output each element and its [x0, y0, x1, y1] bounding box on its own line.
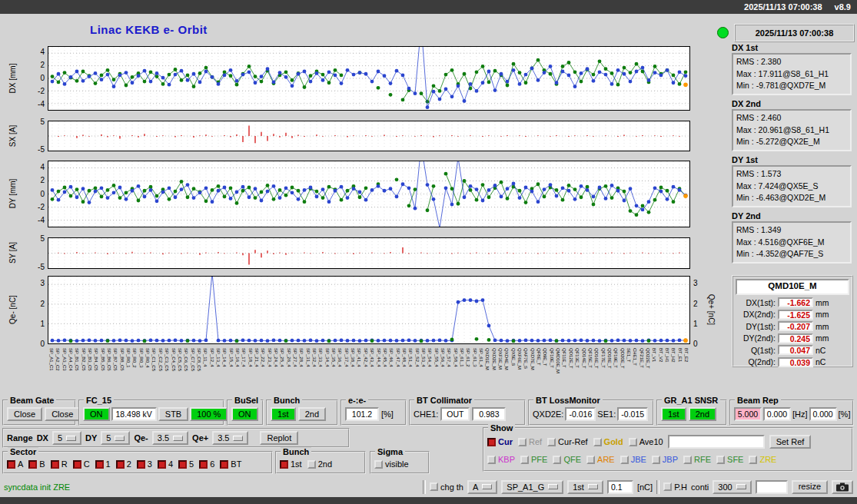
sector-3[interactable]: 3: [137, 459, 152, 469]
range-dy-dropdown[interactable]: 5: [101, 431, 130, 445]
checkbox[interactable]: [307, 460, 316, 469]
sector-c[interactable]: C: [73, 459, 90, 469]
sector-2[interactable]: 2: [116, 459, 131, 469]
bpm-name: QXD4E_M: [504, 348, 509, 370]
show-gold[interactable]: Gold: [593, 437, 623, 446]
show-ref[interactable]: Ref: [518, 437, 542, 446]
count-entry[interactable]: [756, 480, 788, 494]
checkbox[interactable]: [663, 482, 672, 491]
show-jbp[interactable]: JBP: [652, 455, 678, 464]
checkbox[interactable]: [683, 456, 692, 464]
checkbox[interactable]: [73, 460, 81, 469]
gr-a1-1st-button[interactable]: 1st: [661, 407, 686, 421]
bunch-2nd-button[interactable]: 2nd: [298, 407, 326, 421]
show-ave10[interactable]: Ave10: [629, 437, 663, 446]
sector-select-dropdown[interactable]: A: [467, 480, 497, 494]
checkbox[interactable]: [629, 438, 637, 446]
set-ref-button[interactable]: Set Ref: [769, 435, 812, 449]
sector-1[interactable]: 1: [95, 459, 111, 469]
checkbox[interactable]: [518, 438, 526, 446]
gr-a1-2nd-button[interactable]: 2nd: [689, 407, 716, 421]
show-cur[interactable]: Cur: [487, 437, 513, 446]
interval-dropdown[interactable]: 300: [713, 480, 751, 494]
show-sfe[interactable]: SFE: [716, 455, 743, 464]
checkbox[interactable]: [220, 460, 228, 469]
sector-6[interactable]: 6: [199, 459, 214, 469]
show-pfe[interactable]: PFE: [520, 455, 547, 464]
fc15-on-button[interactable]: ON: [83, 407, 110, 421]
range-qe-plus-dropdown[interactable]: 3.5: [212, 431, 248, 445]
qmd-row-value: 0.039: [778, 357, 813, 367]
ref-entry[interactable]: [668, 435, 765, 449]
busel-on-button[interactable]: ON: [231, 407, 258, 421]
show-qfe[interactable]: QFE: [553, 455, 581, 464]
fc15-duty-button[interactable]: 100 %: [190, 407, 228, 421]
checkbox[interactable]: [547, 438, 556, 446]
ph-toggle[interactable]: P.H: [663, 482, 687, 492]
chg-th-toggle[interactable]: chg th: [430, 482, 463, 492]
checkbox[interactable]: [593, 438, 602, 446]
range-dx-dropdown[interactable]: 5: [52, 431, 81, 445]
checkbox[interactable]: [51, 460, 59, 469]
resize-button[interactable]: resize: [792, 480, 828, 494]
bpm-name: SP_38_4: [350, 348, 355, 367]
checkbox[interactable]: [116, 460, 125, 469]
checkbox[interactable]: [520, 456, 529, 464]
sigma-visible[interactable]: visible: [374, 459, 409, 469]
bpm-name: SP_C4_C5: [171, 348, 176, 371]
checkbox[interactable]: [178, 460, 187, 469]
checkbox-label: JBP: [663, 455, 678, 464]
checkbox[interactable]: [652, 456, 660, 464]
checkbox-label: BT: [231, 459, 241, 469]
checkbox[interactable]: [430, 482, 438, 491]
bunch-1st-button[interactable]: 1st: [271, 407, 296, 421]
replot-button[interactable]: Replot: [260, 431, 298, 445]
sector-r[interactable]: R: [51, 459, 68, 469]
show-kbp[interactable]: KBP: [487, 455, 515, 464]
sector-bt[interactable]: BT: [220, 459, 241, 469]
dx-orbit-plot: [48, 46, 690, 111]
fc15-stb-button[interactable]: STB: [158, 407, 188, 421]
bpm-name: SP_44_4: [377, 348, 381, 367]
checkbox-label: chg th: [440, 482, 463, 492]
checkbox[interactable]: [28, 460, 37, 469]
show-rfe[interactable]: RFE: [683, 455, 711, 464]
checkbox[interactable]: [7, 460, 15, 469]
bpm-name: SP_32_4: [312, 348, 317, 367]
snapshot-button[interactable]: [832, 480, 853, 494]
checkbox[interactable]: [553, 456, 561, 464]
checkbox-label: Ave10: [639, 437, 663, 446]
device-select-dropdown[interactable]: SP_A1_G: [501, 480, 563, 494]
sector-5[interactable]: 5: [178, 459, 194, 469]
beam-gate-close-button-2[interactable]: Close: [45, 407, 80, 421]
sector-b[interactable]: B: [28, 459, 45, 469]
bunch-2nd[interactable]: 2nd: [307, 459, 332, 469]
show-zre[interactable]: ZRE: [749, 455, 776, 464]
checkbox[interactable]: [137, 460, 145, 469]
checkbox[interactable]: [749, 456, 757, 464]
sector-4[interactable]: 4: [158, 459, 173, 469]
range-qe-minus-dropdown[interactable]: 3.5: [152, 431, 188, 445]
bpm-name: SP_B1_C5: [75, 348, 79, 371]
bpm-name: SP_54_4: [427, 348, 432, 367]
beam-gate-close-button-1[interactable]: Close: [7, 407, 42, 421]
checkbox[interactable]: [620, 456, 629, 464]
checkbox[interactable]: [158, 460, 166, 469]
show-jbe[interactable]: JBE: [620, 455, 646, 464]
separator: [423, 480, 426, 494]
checkbox-label: P.H: [674, 482, 687, 492]
bunch-1st[interactable]: 1st: [280, 459, 302, 469]
checkbox[interactable]: [199, 460, 208, 469]
sector-a[interactable]: A: [7, 459, 23, 469]
checkbox[interactable]: [487, 456, 496, 464]
checkbox[interactable]: [716, 456, 725, 464]
checkbox[interactable]: [487, 438, 496, 446]
checkbox[interactable]: [586, 456, 595, 464]
checkbox[interactable]: [280, 460, 288, 469]
threshold-entry[interactable]: [607, 480, 633, 494]
checkbox[interactable]: [374, 460, 383, 469]
show-cur-ref[interactable]: Cur-Ref: [547, 437, 588, 446]
show-are[interactable]: ARE: [586, 455, 615, 464]
checkbox[interactable]: [95, 460, 104, 469]
bunch-select-dropdown[interactable]: 1st: [567, 480, 603, 494]
